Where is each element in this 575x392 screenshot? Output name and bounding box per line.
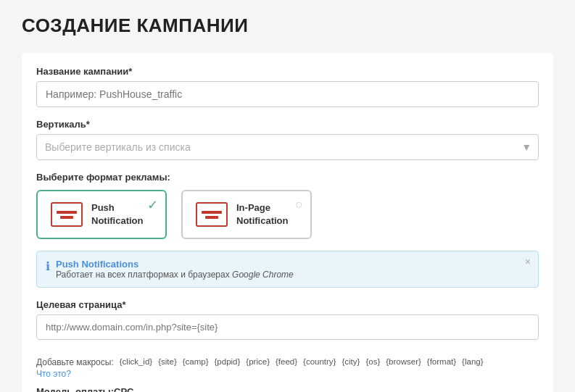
format-cards-container: PushNotification ✓ In-PageNotification ○ (36, 190, 539, 239)
ad-format-group: Выберите формат рекламы: PushNotificatio… (36, 172, 539, 239)
push-check-icon: ✓ (147, 197, 158, 213)
payment-model-row: Модель оплаты:CPC (36, 386, 539, 392)
info-banner-title: Push Notifications (56, 259, 294, 270)
macro-tag-country[interactable]: {country} (302, 357, 337, 366)
vertical-label: Вертикаль* (36, 119, 539, 130)
payment-model-label: Модель оплаты: (36, 386, 114, 392)
inpage-check-icon: ○ (295, 197, 303, 212)
macro-tag-feed[interactable]: {feed} (274, 357, 299, 366)
target-url-label: Целевая страница* (36, 299, 539, 310)
info-desc-em: Google Chrome (232, 270, 294, 280)
close-icon[interactable]: × (525, 257, 531, 267)
macro-tag-site[interactable]: {site} (157, 357, 178, 366)
target-url-input[interactable] (36, 314, 539, 340)
inpage-card-label: In-PageNotification (236, 201, 289, 228)
macros-label: Добавьте макросы: (36, 357, 114, 367)
macro-tag-camp[interactable]: {camp} (181, 357, 210, 366)
push-card-label: PushNotification (91, 201, 144, 228)
macro-tag-os[interactable]: {os} (364, 357, 381, 366)
inpage-icon (196, 202, 228, 227)
inpage-icon-line-2 (205, 216, 218, 219)
format-card-push[interactable]: PushNotification ✓ (36, 190, 167, 239)
info-icon: ℹ (46, 259, 50, 273)
icon-line-1 (57, 211, 77, 214)
info-banner: ℹ Push Notifications Работает на всех пл… (36, 251, 539, 288)
macro-tag-format[interactable]: {format} (426, 357, 458, 366)
format-card-inpage[interactable]: In-PageNotification ○ (181, 190, 312, 239)
macros-label-group: Добавьте макросы: Что это? (36, 357, 114, 379)
target-url-group: Целевая страница* (36, 299, 539, 346)
ad-format-label: Выберите формат рекламы: (36, 172, 539, 183)
info-banner-desc: Работает на всех платформах и браузерах … (56, 270, 294, 280)
macro-tag-browser[interactable]: {browser} (384, 357, 423, 366)
campaign-name-input[interactable] (36, 81, 539, 107)
info-desc-text: Работает на всех платформах и браузерах (56, 270, 232, 280)
campaign-form: Название кампании* Вертикаль* ▼ Выберите… (22, 53, 553, 392)
macros-what-link[interactable]: Что это? (36, 369, 114, 379)
macro-tag-city[interactable]: {city} (340, 357, 361, 366)
macro-tag-pdpid[interactable]: {pdpid} (213, 357, 242, 366)
icon-line-2 (60, 216, 73, 219)
page-title: СОЗДАНИЕ КАМПАНИИ (22, 14, 553, 37)
push-icon (51, 202, 83, 227)
payment-model-value: CPC (114, 386, 133, 392)
macro-tag-lang[interactable]: {lang} (460, 357, 484, 366)
info-content: Push Notifications Работает на всех плат… (56, 259, 294, 280)
vertical-select-wrapper: ▼ Выберите вертикаль из списка (36, 134, 539, 160)
macros-row: Добавьте макросы: Что это? {click_id} {s… (36, 357, 539, 379)
macros-tags-container: {click_id} {site} {camp} {pdpid} {price}… (118, 357, 485, 366)
macro-tag-click-id[interactable]: {click_id} (118, 357, 154, 366)
macro-tag-price[interactable]: {price} (244, 357, 271, 366)
inpage-icon-line-1 (202, 211, 222, 214)
campaign-name-label: Название кампании* (36, 66, 539, 77)
vertical-select[interactable] (36, 134, 539, 160)
vertical-group: Вертикаль* ▼ Выберите вертикаль из списк… (36, 119, 539, 160)
campaign-name-group: Название кампании* (36, 66, 539, 107)
